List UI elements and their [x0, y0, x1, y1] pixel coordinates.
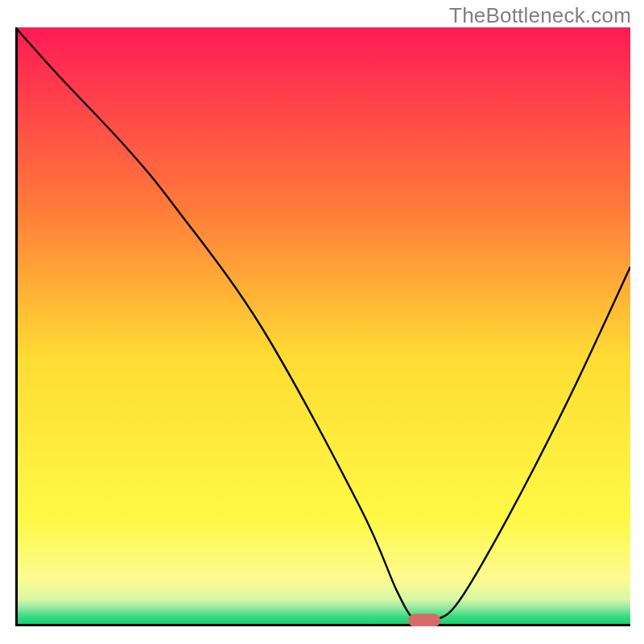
- chart-container: TheBottleneck.com: [0, 0, 644, 644]
- optimal-point-marker: [408, 614, 440, 626]
- optimal-point: [408, 614, 440, 626]
- chart-svg: [15, 27, 630, 626]
- gradient-background: [15, 27, 630, 626]
- plot-area: [15, 27, 630, 626]
- watermark-text: TheBottleneck.com: [449, 3, 631, 28]
